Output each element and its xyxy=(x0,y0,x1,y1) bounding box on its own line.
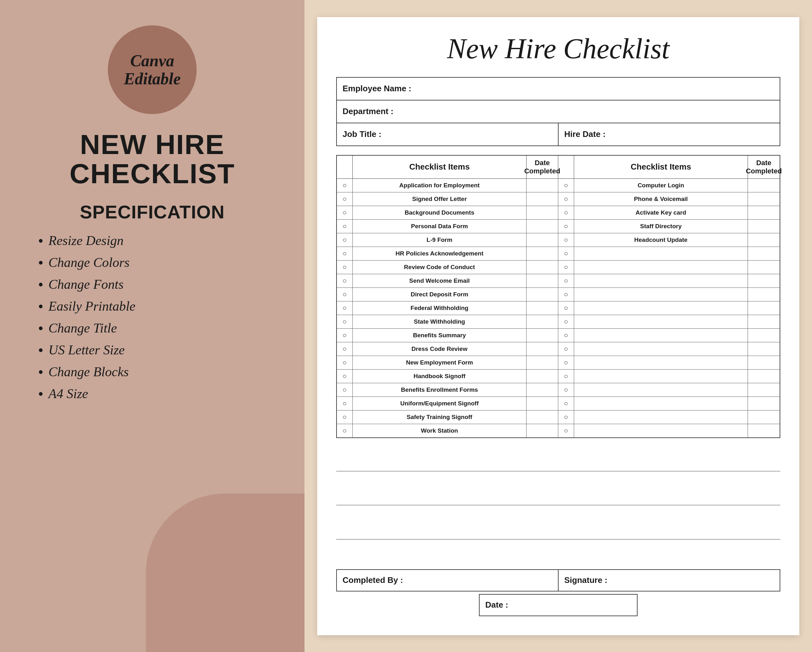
date-cell[interactable] xyxy=(748,383,780,396)
check-circle[interactable]: ○ xyxy=(337,356,353,369)
check-circle[interactable]: ○ xyxy=(558,356,574,369)
check-circle[interactable]: ○ xyxy=(337,192,353,206)
date-cell[interactable] xyxy=(748,410,780,424)
check-circle[interactable]: ○ xyxy=(337,329,353,342)
check-circle[interactable]: ○ xyxy=(337,233,353,247)
date-cell[interactable] xyxy=(748,220,780,233)
date-cell[interactable] xyxy=(748,247,780,260)
date-cell[interactable] xyxy=(748,274,780,288)
right-item xyxy=(574,424,748,437)
check-circle[interactable]: ○ xyxy=(337,370,353,383)
hire-date-field[interactable]: Hire Date : xyxy=(559,123,780,145)
date-cell[interactable] xyxy=(527,233,558,247)
check-circle[interactable]: ○ xyxy=(337,342,353,356)
canva-badge: CanvaEditable xyxy=(108,25,197,114)
check-circle[interactable]: ○ xyxy=(558,397,574,410)
date-cell[interactable] xyxy=(527,410,558,424)
check-circle[interactable]: ○ xyxy=(337,383,353,396)
badge-text: CanvaEditable xyxy=(124,52,180,88)
check-circle[interactable]: ○ xyxy=(558,233,574,247)
check-circle[interactable]: ○ xyxy=(337,288,353,301)
completed-by-field[interactable]: Completed By : xyxy=(336,569,559,591)
completed-signature-row: Completed By : Signature : xyxy=(336,569,780,591)
left-item: Benefits Enrollment Forms xyxy=(353,383,527,396)
department-field[interactable]: Department : xyxy=(337,101,780,123)
check-circle[interactable]: ○ xyxy=(337,302,353,315)
header-circle-left xyxy=(337,155,353,179)
date-cell[interactable] xyxy=(527,247,558,260)
date-cell[interactable] xyxy=(527,397,558,410)
left-item: Direct Deposit Form xyxy=(353,288,527,301)
date-cell[interactable] xyxy=(748,397,780,410)
spec-item: Resize Design xyxy=(38,232,285,250)
left-item: Background Documents xyxy=(353,206,527,219)
check-circle[interactable]: ○ xyxy=(337,206,353,219)
date-field[interactable]: Date : xyxy=(479,594,638,616)
check-circle[interactable]: ○ xyxy=(337,247,353,260)
date-cell[interactable] xyxy=(527,206,558,219)
date-cell[interactable] xyxy=(748,315,780,328)
date-cell[interactable] xyxy=(527,424,558,437)
date-cell[interactable] xyxy=(527,329,558,342)
check-circle[interactable]: ○ xyxy=(558,342,574,356)
date-cell[interactable] xyxy=(527,342,558,356)
right-item: Headcount Update xyxy=(574,233,748,247)
check-circle[interactable]: ○ xyxy=(337,220,353,233)
checklist-row: ○ Uniform/Equipment Signoff ○ xyxy=(337,397,780,410)
header-date-right: DateCompleted xyxy=(748,155,780,179)
date-cell[interactable] xyxy=(748,424,780,437)
spec-item: US Letter Size xyxy=(38,341,285,359)
check-circle[interactable]: ○ xyxy=(558,302,574,315)
date-cell[interactable] xyxy=(527,315,558,328)
check-circle[interactable]: ○ xyxy=(558,179,574,192)
date-cell[interactable] xyxy=(748,302,780,315)
check-circle[interactable]: ○ xyxy=(337,260,353,274)
check-circle[interactable]: ○ xyxy=(337,410,353,424)
date-cell[interactable] xyxy=(748,342,780,356)
check-circle[interactable]: ○ xyxy=(558,370,574,383)
check-circle[interactable]: ○ xyxy=(558,329,574,342)
check-circle[interactable]: ○ xyxy=(558,410,574,424)
date-cell[interactable] xyxy=(527,220,558,233)
date-cell[interactable] xyxy=(748,329,780,342)
check-circle[interactable]: ○ xyxy=(558,260,574,274)
check-circle[interactable]: ○ xyxy=(558,206,574,219)
date-cell[interactable] xyxy=(748,288,780,301)
date-cell[interactable] xyxy=(527,179,558,192)
check-circle[interactable]: ○ xyxy=(558,220,574,233)
date-cell[interactable] xyxy=(527,260,558,274)
date-cell[interactable] xyxy=(748,356,780,369)
check-circle[interactable]: ○ xyxy=(337,315,353,328)
date-cell[interactable] xyxy=(748,233,780,247)
job-title-field[interactable]: Job Title : xyxy=(337,123,559,145)
check-circle[interactable]: ○ xyxy=(558,383,574,396)
date-cell[interactable] xyxy=(748,260,780,274)
date-cell[interactable] xyxy=(527,356,558,369)
employee-name-field[interactable]: Employee Name : xyxy=(337,78,780,100)
date-cell[interactable] xyxy=(527,274,558,288)
check-circle[interactable]: ○ xyxy=(337,424,353,437)
check-circle[interactable]: ○ xyxy=(558,192,574,206)
check-circle[interactable]: ○ xyxy=(558,424,574,437)
check-circle[interactable]: ○ xyxy=(337,397,353,410)
checklist-row: ○ Personal Data Form ○ Staff Directory xyxy=(337,220,780,233)
check-circle[interactable]: ○ xyxy=(558,274,574,288)
employee-name-row: Employee Name : xyxy=(336,77,780,101)
check-circle[interactable]: ○ xyxy=(558,315,574,328)
left-item: Send Welcome Email xyxy=(353,274,527,288)
date-cell[interactable] xyxy=(748,206,780,219)
date-cell[interactable] xyxy=(748,370,780,383)
date-cell[interactable] xyxy=(527,192,558,206)
signature-field[interactable]: Signature : xyxy=(558,569,780,591)
spec-item: Change Colors xyxy=(38,254,285,271)
date-cell[interactable] xyxy=(527,288,558,301)
date-cell[interactable] xyxy=(527,383,558,396)
check-circle[interactable]: ○ xyxy=(337,179,353,192)
check-circle[interactable]: ○ xyxy=(558,247,574,260)
check-circle[interactable]: ○ xyxy=(337,274,353,288)
date-cell[interactable] xyxy=(527,302,558,315)
date-cell[interactable] xyxy=(748,192,780,206)
date-cell[interactable] xyxy=(527,370,558,383)
date-cell[interactable] xyxy=(748,179,780,192)
check-circle[interactable]: ○ xyxy=(558,288,574,301)
